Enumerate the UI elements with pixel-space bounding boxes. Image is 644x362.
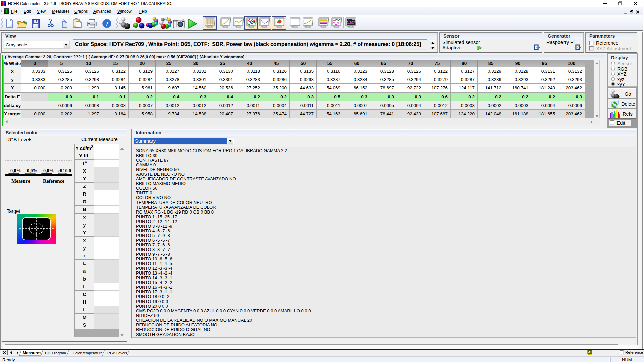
svg-text:0.0%: 0.0% [43, 168, 54, 173]
svg-text:?: ? [105, 21, 108, 27]
svg-text:dE 0.0: dE 0.0 [58, 168, 71, 173]
svg-text:0.0%: 0.0% [10, 168, 21, 173]
svg-text:0.0%: 0.0% [27, 168, 38, 173]
